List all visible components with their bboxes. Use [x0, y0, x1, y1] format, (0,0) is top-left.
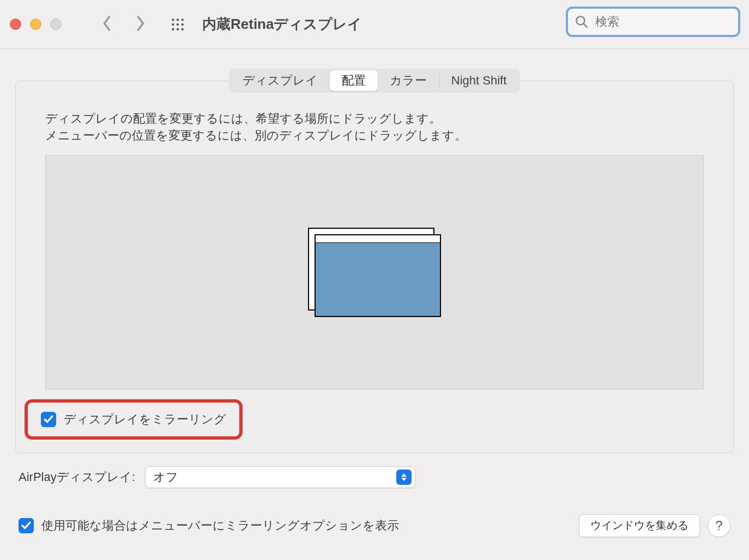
svg-line-10: [583, 23, 587, 27]
arrangement-panel: ディスプレイの配置を変更するには、希望する場所にドラッグします。 メニューバーの…: [15, 81, 734, 453]
minimize-window-button[interactable]: [30, 19, 41, 30]
show-all-button[interactable]: [171, 17, 185, 32]
titlebar: 内蔵Retinaディスプレイ: [0, 0, 749, 49]
svg-point-2: [182, 19, 184, 21]
tab-display[interactable]: ディスプレイ: [231, 70, 330, 91]
display-screen-area: [316, 243, 440, 316]
instruction-line-1: ディスプレイの配置を変更するには、希望する場所にドラッグします。: [45, 111, 704, 127]
close-window-button[interactable]: [10, 19, 21, 30]
search-icon: [575, 15, 589, 29]
svg-point-7: [177, 28, 179, 30]
mirror-displays-checkbox[interactable]: [41, 412, 56, 427]
airplay-label: AirPlayディスプレイ:: [19, 469, 135, 485]
window-title: 内蔵Retinaディスプレイ: [202, 15, 362, 34]
mirror-row: ディスプレイをミラーリング: [28, 399, 721, 440]
chevron-right-icon: [135, 15, 147, 32]
nav-arrows: [101, 15, 147, 34]
airplay-select[interactable]: オフ: [145, 466, 415, 488]
chevron-down-icon: [401, 477, 407, 482]
svg-marker-11: [401, 473, 407, 477]
grid-icon: [171, 17, 185, 32]
svg-point-3: [172, 23, 174, 25]
mirror-displays-label: ディスプレイをミラーリング: [64, 411, 226, 428]
select-stepper-icon: [396, 470, 412, 485]
forward-button[interactable]: [135, 15, 147, 34]
back-button[interactable]: [101, 15, 113, 34]
svg-point-1: [177, 19, 179, 21]
checkmark-icon: [44, 415, 53, 424]
svg-point-5: [182, 23, 184, 25]
lower-controls: AirPlayディスプレイ: オフ 使用可能な場合はメニューバーにミラーリングオ…: [19, 466, 730, 537]
show-mirroring-menubar-label: 使用可能な場合はメニューバーにミラーリングオプションを表示: [41, 518, 399, 534]
window-controls: [10, 19, 62, 30]
instruction-line-2: メニューバーの位置を変更するには、別のディスプレイにドラッグします。: [45, 127, 704, 144]
show-mirroring-menubar-checkbox[interactable]: [19, 518, 34, 533]
arrangement-area[interactable]: [45, 155, 704, 389]
display-rectangle-primary[interactable]: [315, 234, 441, 317]
gather-windows-button[interactable]: ウインドウを集める: [579, 514, 700, 537]
svg-point-4: [177, 23, 179, 25]
svg-point-6: [172, 28, 174, 30]
search-container: [566, 7, 740, 37]
svg-point-8: [182, 28, 184, 30]
tab-arrangement[interactable]: 配置: [330, 70, 378, 91]
bottom-row: 使用可能な場合はメニューバーにミラーリングオプションを表示 ウインドウを集める …: [19, 514, 730, 537]
search-input[interactable]: [595, 15, 732, 29]
chevron-left-icon: [101, 15, 113, 32]
svg-point-0: [172, 19, 174, 21]
instructions: ディスプレイの配置を変更するには、希望する場所にドラッグします。 メニューバーの…: [45, 111, 704, 144]
highlight-annotation: ディスプレイをミラーリング: [25, 399, 243, 440]
airplay-select-value: オフ: [153, 469, 178, 485]
help-button[interactable]: ?: [708, 514, 730, 537]
chevron-up-icon: [401, 473, 407, 477]
display-menubar-indicator[interactable]: [316, 235, 440, 243]
tab-color[interactable]: カラー: [378, 70, 439, 91]
tab-night-shift[interactable]: Night Shift: [439, 70, 519, 91]
svg-marker-12: [401, 478, 407, 481]
zoom-window-button[interactable]: [50, 19, 62, 30]
airplay-row: AirPlayディスプレイ: オフ: [19, 466, 730, 488]
checkmark-icon: [21, 521, 31, 531]
search-field[interactable]: [566, 7, 740, 37]
tabs: ディスプレイ 配置 カラー Night Shift: [229, 69, 521, 93]
